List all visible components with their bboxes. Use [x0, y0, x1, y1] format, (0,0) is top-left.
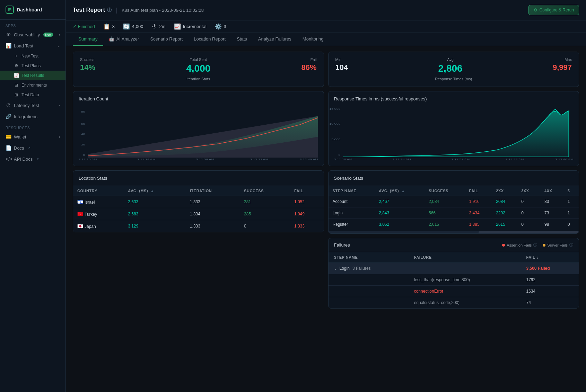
flag-israel: 🇮🇱	[77, 199, 83, 205]
failures-section: Failures Assertion Fails ⓘ Server Fails …	[73, 238, 579, 309]
table-row: 🇮🇱Israel 2,633 1,333 281 1,052	[73, 196, 324, 208]
failure-empty	[409, 263, 521, 274]
locations-value: 3	[224, 24, 226, 29]
success-value: 14%	[80, 63, 95, 72]
plus-icon: +	[14, 54, 19, 59]
max-stat: Max 9,997	[553, 57, 572, 72]
failure-name-1: less_than(response_time,800)	[409, 274, 521, 286]
sidebar-sub-environments[interactable]: ⊟ Environments	[0, 80, 65, 90]
sidebar-item-integrations[interactable]: 🔗 Integrations	[0, 111, 65, 122]
svg-text:3:12:22 AM: 3:12:22 AM	[250, 158, 269, 161]
stats-cards-row: Success 14% Total Sent 4,000 Fail 86% It…	[73, 52, 579, 87]
sidebar-item-observability[interactable]: 👁 Observability New ›	[0, 29, 65, 40]
svg-text:60: 60	[81, 122, 85, 125]
flag-turkey: 🇹🇷	[77, 211, 83, 217]
table-scrollbar[interactable]	[329, 231, 579, 233]
sidebar-item-docs[interactable]: 📄 Docs ↗	[0, 142, 65, 153]
status-scenarios: 📋 3	[103, 23, 115, 30]
avg-turkey: 2,683	[124, 208, 186, 220]
failure-name-3: equals(status_code,200)	[409, 297, 521, 309]
load-test-label: Load Test	[14, 43, 33, 48]
failures-header: Failures Assertion Fails ⓘ Server Fails …	[329, 238, 579, 252]
svg-text:0: 0	[83, 153, 85, 157]
tab-analyze-failures[interactable]: Analyze Failures	[253, 33, 297, 46]
chevron-icon3: ›	[59, 104, 60, 107]
data-icon: ⊞	[14, 92, 19, 97]
col-step-name: STEP NAME	[329, 186, 375, 196]
failures-row: Failures Assertion Fails ⓘ Server Fails …	[73, 238, 579, 309]
server-label: Server Fails	[547, 243, 568, 247]
server-dot	[543, 244, 545, 247]
success-stat: Success 14%	[80, 57, 95, 72]
sidebar-sub-test-results[interactable]: 📈 Test Results	[0, 71, 65, 80]
tab-location-report[interactable]: Location Report	[188, 33, 231, 46]
tab-ai-analyzer[interactable]: 🤖 AI Analyzer	[103, 33, 145, 46]
failures-table: Step Name Failure Fail ↓ ⌄	[329, 252, 579, 308]
sidebar-item-wallet[interactable]: 💳 Wallet ›	[0, 131, 65, 142]
iteration-chart-card: Iteration Count	[73, 91, 324, 166]
sidebar-item-latency-test[interactable]: ⏱ Latency Test ›	[0, 100, 65, 111]
sidebar-item-api-docs[interactable]: </> API Docs ↗	[0, 153, 65, 164]
docs-icon: 📄	[6, 145, 11, 151]
tab-stats[interactable]: Stats	[231, 33, 253, 46]
failure-count: 3 Failures	[352, 266, 371, 271]
min-value: 104	[335, 63, 348, 72]
observability-icon: 👁	[6, 32, 11, 37]
failures-spacer	[73, 238, 324, 309]
svg-text:3:11:10 AM: 3:11:10 AM	[79, 158, 97, 161]
sidebar-item-load-test[interactable]: 📊 Load Test ⌄	[0, 40, 65, 51]
observability-label: Observability	[14, 32, 40, 37]
fail-register: 1,385	[465, 219, 492, 230]
status-mode: 📈 Incremental	[174, 23, 207, 30]
legend-server: Server Fails ⓘ	[543, 242, 573, 248]
failures-card: Failures Assertion Fails ⓘ Server Fails …	[328, 238, 579, 309]
scenario-stats-table: STEP NAME AVG. (MS) ▲ SUCCESS FAIL 2XX 3…	[329, 186, 579, 230]
avg-japan: 3,129	[124, 220, 186, 232]
iteration-stats-footer: Iteration Stats	[80, 77, 317, 81]
latency-test-label: Latency Test	[14, 103, 39, 108]
iter-japan: 1,333	[186, 220, 240, 232]
logo-icon: ⊞	[6, 6, 14, 14]
configure-rerun-button[interactable]: ⚙ Configure & Rerun	[528, 5, 579, 15]
col-iteration: ITERATION	[186, 186, 240, 196]
tab-scenario-report[interactable]: Scenario Report	[145, 33, 188, 46]
svg-text:3:12:46 AM: 3:12:46 AM	[555, 158, 574, 161]
success-turkey: 285	[240, 208, 290, 220]
success-japan: 0	[240, 220, 290, 232]
response-times-card: Min 104 Avg 2,806 Max 9,997 Response Tim…	[328, 52, 579, 87]
4xx-login: 73	[540, 207, 563, 219]
sidebar-sub-test-data[interactable]: ⊞ Test Data	[0, 90, 65, 100]
tab-summary[interactable]: Summary	[73, 33, 103, 46]
avg-account: 2,467	[375, 196, 425, 207]
sidebar-sub-test-plans[interactable]: ⚙ Test Plans	[0, 61, 65, 71]
failure-expand-row[interactable]: ⌄ Login 3 Failures 3,500 Failed	[329, 263, 579, 274]
svg-text:3:11:34 AM: 3:11:34 AM	[137, 158, 156, 161]
col-fail-count[interactable]: Fail ↓	[521, 252, 579, 263]
sidebar-sub-new-test[interactable]: + New Test	[0, 51, 65, 61]
success-login: 566	[425, 207, 465, 219]
expand-icon: ⌄	[334, 267, 337, 270]
tab-monitoring[interactable]: Monitoring	[297, 33, 329, 46]
failure-sub-row-1: less_than(response_time,800) 1792	[329, 274, 579, 286]
col-avg-ms[interactable]: AVG. (MS) ▲	[124, 186, 186, 196]
max-label: Max	[553, 57, 572, 62]
failure-sub-step-2	[329, 286, 409, 297]
total-sent-stat: Total Sent 4,000	[186, 57, 210, 74]
fail-stat: Fail 86%	[301, 57, 316, 72]
fail-israel: 1,052	[290, 196, 324, 208]
col-avg-ms2[interactable]: AVG. (MS) ▲	[375, 186, 425, 196]
header-divider: |	[116, 7, 117, 14]
new-test-label: New Test	[21, 54, 38, 59]
iteration-stats-inner: Success 14% Total Sent 4,000 Fail 86%	[80, 57, 317, 74]
4xx-register: 98	[540, 219, 563, 230]
country-japan: 🇯🇵Japan	[73, 220, 124, 232]
step-account: Account	[329, 196, 375, 207]
response-chart-svg: 3:11:10 AM 3:11:34 AM 3:11:58 AM 3:12:22…	[334, 106, 574, 161]
svg-text:3:11:10 AM: 3:11:10 AM	[334, 158, 352, 161]
mode-value: Incremental	[183, 24, 207, 29]
3xx-account: 0	[517, 196, 540, 207]
status-duration: ⏱ 2m	[152, 24, 166, 30]
page-title: Test Report ⓘ	[73, 7, 112, 14]
svg-text:3:12:46 AM: 3:12:46 AM	[300, 158, 318, 161]
step-login: Login	[329, 207, 375, 219]
